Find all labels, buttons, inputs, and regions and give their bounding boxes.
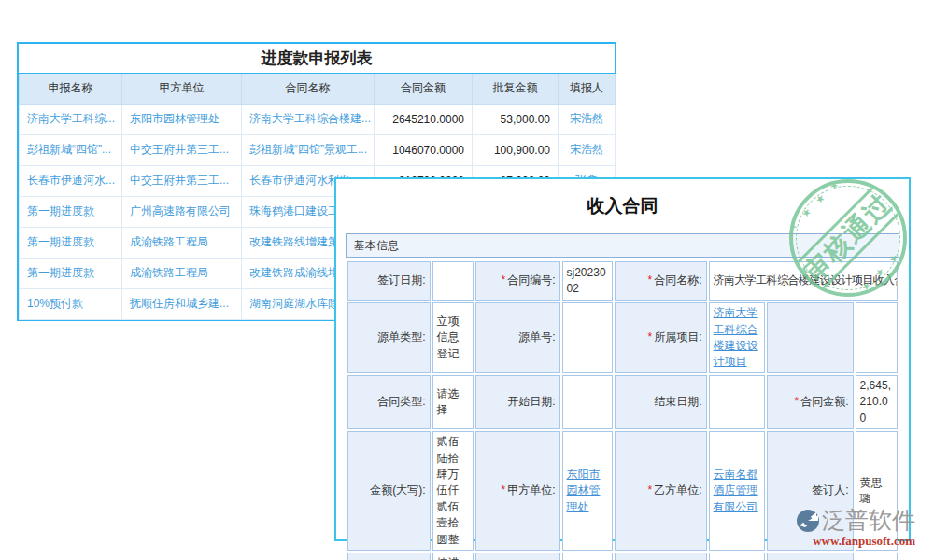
party-a-field[interactable]: 东阳市园林管理处: [562, 431, 613, 551]
settlement-method-field[interactable]: 分段结算: [562, 553, 613, 560]
contract-no-label: *合同编号:: [475, 261, 560, 301]
party-a-link[interactable]: 成渝铁路工程局: [122, 258, 242, 288]
contract-amount-cell: 2645210.0000: [375, 104, 473, 134]
party-a-link[interactable]: 东阳市园林管理处: [567, 468, 601, 513]
source-no-label: 源单号:: [475, 302, 560, 373]
end-date-label: 结束日期:: [615, 375, 707, 429]
contract-type-select[interactable]: 请选择: [432, 375, 474, 429]
brand-name: 泛普软件: [822, 508, 915, 534]
advance-payment-label: 预收款:: [615, 553, 707, 560]
column-header-contract-amount: 合同金额: [375, 74, 473, 104]
end-date-field[interactable]: [709, 375, 765, 429]
brand-watermark: 泛普软件 www.fanpusoft.com: [792, 508, 915, 548]
sign-date-label: 签订日期:: [347, 261, 431, 301]
party-a-link[interactable]: 抚顺住房和城乡建...: [122, 288, 242, 319]
column-header-declare-name: 申报名称: [20, 74, 122, 104]
form-row: 合同类型: 请选择 开始日期: 结束日期: *合同金额: 2,645,210.0…: [347, 375, 898, 429]
amount-words-label: 金额(大写):: [347, 431, 431, 551]
sign-date-field[interactable]: [432, 261, 474, 301]
contract-amount-field[interactable]: 2,645,210.00: [856, 375, 898, 429]
empty-cell: [856, 553, 898, 560]
contract-name-link[interactable]: 济南大学工科综合楼建...: [242, 104, 375, 134]
source-type-field[interactable]: 立项信息登记: [432, 302, 474, 373]
party-b-link[interactable]: 云南名都酒店管理有限公司: [714, 468, 758, 513]
contract-name-link[interactable]: 彭祖新城“四馆”景观工...: [242, 134, 375, 165]
declare-name-link[interactable]: 第一期进度款: [20, 258, 122, 288]
approval-stamp: ★ ★ ★ ★ 审核通过 ★ ★ ★: [789, 179, 907, 297]
advance-payment-field[interactable]: 20,000.00: [709, 553, 765, 560]
required-icon: *: [648, 483, 653, 497]
list-title: 进度款申报列表: [19, 44, 615, 74]
party-a-link[interactable]: 中交王府井第三工...: [122, 134, 242, 165]
start-date-field[interactable]: [562, 375, 613, 429]
project-link[interactable]: 济南大学工科综合楼建设设计项目: [714, 306, 758, 368]
payment-method-label: 付款方式:: [347, 553, 431, 560]
party-a-label: *甲方单位:: [475, 431, 560, 551]
required-icon: *: [795, 395, 800, 408]
settlement-method-label: 结算方式:: [475, 553, 560, 560]
form-row: 付款方式: 按进度付款 结算方式: 分段结算 预收款: 20,000.00: [347, 553, 898, 560]
payment-method-field[interactable]: 按进度付款: [432, 553, 474, 560]
contract-amount-label: *合同金额:: [767, 375, 854, 429]
required-icon: *: [502, 483, 506, 497]
empty-cell: [767, 302, 854, 373]
source-type-label: 源单类型:: [347, 302, 431, 373]
column-header-filler: 填报人: [559, 74, 616, 104]
column-header-approved-amount: 批复金额: [473, 74, 559, 104]
declare-name-link[interactable]: 10%预付款: [20, 288, 122, 319]
stamp-band: 审核通过: [789, 179, 907, 297]
table-header-row: 申报名称 甲方单位 合同名称 合同金额 批复金额 填报人: [20, 74, 616, 104]
start-date-label: 开始日期:: [475, 375, 560, 429]
filler-cell: 宋浩然: [559, 104, 616, 134]
required-icon: *: [648, 330, 653, 343]
filler-cell: 宋浩然: [559, 134, 616, 165]
column-header-party-a: 甲方单位: [122, 74, 242, 104]
empty-cell: [767, 553, 854, 560]
declare-name-link[interactable]: 济南大学工科综...: [20, 104, 122, 134]
form-row: 源单类型: 立项信息登记 源单号: *所属项目: 济南大学工科综合楼建设设计项目: [347, 302, 898, 373]
contract-amount-cell: 1046070.0000: [375, 134, 473, 165]
party-a-link[interactable]: 广州高速路有限公司: [122, 196, 242, 227]
party-a-link[interactable]: 成渝铁路工程局: [122, 227, 242, 258]
party-b-label: *乙方单位:: [615, 431, 707, 551]
contract-no-field[interactable]: sj2023002: [562, 261, 613, 301]
contract-type-label: 合同类型:: [347, 375, 431, 429]
declare-name-link[interactable]: 第一期进度款: [20, 196, 122, 227]
required-icon: *: [502, 273, 506, 287]
source-no-field[interactable]: [562, 302, 613, 373]
table-row: 彭祖新城“四馆”... 中交王府井第三工... 彭祖新城“四馆”景观工... 1…: [20, 134, 616, 165]
column-header-contract-name: 合同名称: [242, 74, 375, 104]
declare-name-link[interactable]: 第一期进度款: [20, 227, 122, 258]
declare-name-link[interactable]: 彭祖新城“四馆”...: [20, 134, 122, 165]
required-icon: *: [648, 273, 653, 287]
declare-name-link[interactable]: 长春市伊通河水...: [20, 165, 122, 196]
approved-amount-cell: 53,000.00: [473, 104, 559, 134]
amount-words-field[interactable]: 贰佰陆拾肆万伍仟贰佰壹拾圆整: [432, 431, 474, 551]
project-field[interactable]: 济南大学工科综合楼建设设计项目: [709, 302, 765, 373]
approved-amount-cell: 100,900.00: [473, 134, 559, 165]
table-row: 济南大学工科综... 东阳市园林管理处 济南大学工科综合楼建... 264521…: [20, 104, 616, 134]
contract-name-label: *合同名称:: [615, 261, 707, 301]
empty-cell: [856, 302, 898, 373]
party-a-link[interactable]: 东阳市园林管理处: [122, 104, 242, 134]
brand-url: www.fanpusoft.com: [792, 535, 915, 548]
project-label: *所属项目:: [615, 302, 707, 373]
fanpu-logo-icon: [796, 509, 820, 533]
stamp-rotated-layer: ★ ★ ★ ★ 审核通过 ★ ★ ★: [789, 179, 907, 297]
party-b-field[interactable]: 云南名都酒店管理有限公司: [709, 431, 765, 551]
party-a-link[interactable]: 中交王府井第三工...: [122, 165, 242, 196]
